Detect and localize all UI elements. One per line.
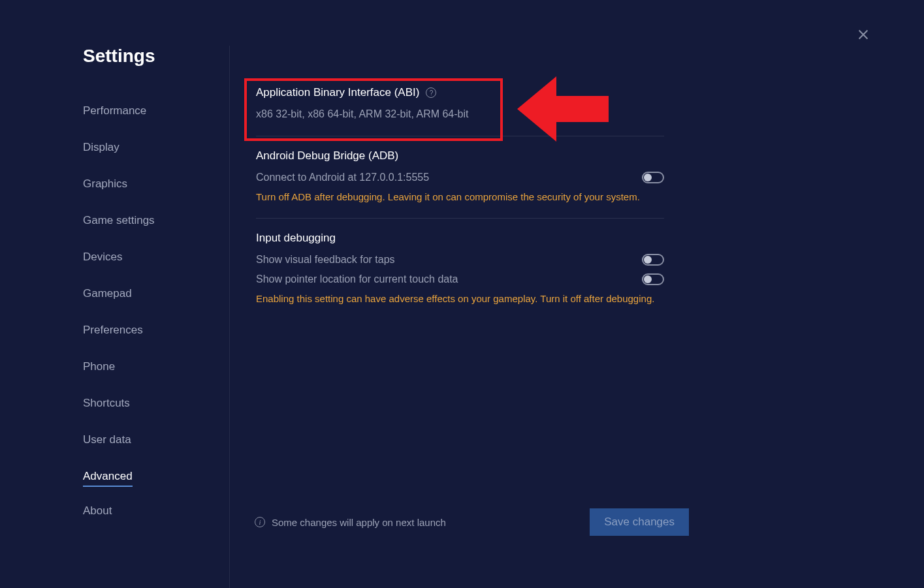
main-content: Application Binary Interface (ABI) ? x86… [230, 46, 924, 588]
input-debug-section: Input debugging Show visual feedback for… [256, 232, 664, 320]
help-icon[interactable]: ? [426, 87, 436, 98]
adb-section: Android Debug Bridge (ADB) Connect to An… [256, 149, 664, 219]
sidebar-item-phone[interactable]: Phone [83, 354, 115, 379]
page-title: Settings [83, 46, 216, 67]
input-debug-section-title: Input debugging [256, 232, 336, 245]
abi-value: x86 32-bit, x86 64-bit, ARM 32-bit, ARM … [256, 108, 664, 120]
adb-toggle[interactable] [642, 172, 664, 183]
abi-section-title: Application Binary Interface (ABI) [256, 86, 419, 99]
pointer-location-label: Show pointer location for current touch … [256, 273, 458, 285]
tap-feedback-toggle[interactable] [642, 254, 664, 266]
sidebar-item-performance[interactable]: Performance [83, 99, 146, 123]
tap-feedback-label: Show visual feedback for taps [256, 254, 395, 266]
sidebar: Settings Performance Display Graphics Ga… [83, 46, 230, 588]
sidebar-item-preferences[interactable]: Preferences [83, 318, 143, 343]
sidebar-item-gamepad[interactable]: Gamepad [83, 281, 132, 306]
sidebar-item-shortcuts[interactable]: Shortcuts [83, 391, 130, 416]
sidebar-item-user-data[interactable]: User data [83, 427, 131, 452]
close-button[interactable] [856, 27, 870, 42]
input-debug-warning: Enabling this setting can have adverse e… [256, 293, 664, 304]
footer-note-text: Some changes will apply on next launch [272, 517, 446, 528]
sidebar-item-about[interactable]: About [83, 499, 112, 523]
pointer-location-toggle[interactable] [642, 273, 664, 285]
footer: i Some changes will apply on next launch… [255, 508, 689, 536]
sidebar-item-game-settings[interactable]: Game settings [83, 208, 155, 233]
info-icon: i [255, 517, 265, 527]
sidebar-item-devices[interactable]: Devices [83, 245, 122, 270]
adb-warning: Turn off ADB after debugging. Leaving it… [256, 191, 664, 202]
abi-section: Application Binary Interface (ABI) ? x86… [256, 86, 664, 136]
sidebar-item-display[interactable]: Display [83, 135, 119, 160]
sidebar-item-graphics[interactable]: Graphics [83, 172, 127, 196]
adb-section-title: Android Debug Bridge (ADB) [256, 149, 398, 162]
adb-connect-label: Connect to Android at 127.0.0.1:5555 [256, 172, 429, 183]
save-changes-button[interactable]: Save changes [590, 508, 689, 536]
sidebar-item-advanced[interactable]: Advanced [83, 464, 133, 487]
